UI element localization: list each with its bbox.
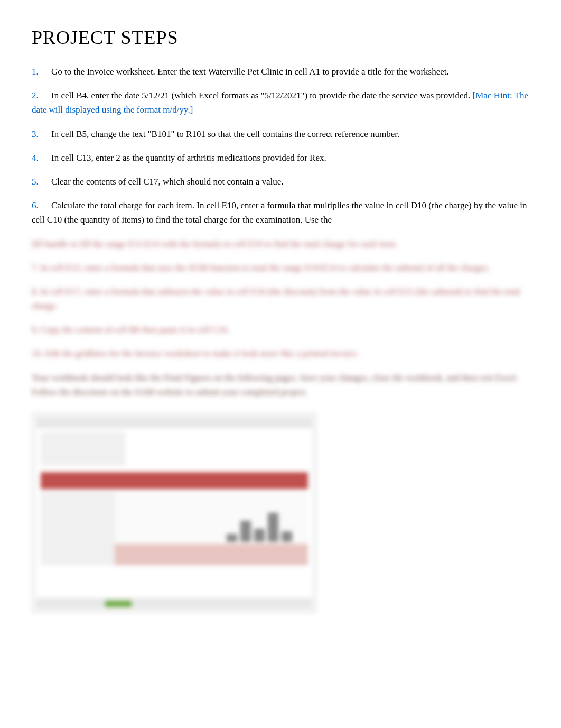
- blurred-step-8: 8. In cell E17, enter a formula that sub…: [32, 284, 529, 313]
- preview-table-right: [115, 491, 308, 565]
- step-text: Clear the contents of cell C17, which sh…: [51, 177, 284, 187]
- step-number: 2.: [32, 90, 39, 100]
- preview-header-left: [41, 432, 125, 466]
- step-text: in cell A1 to provide a title for the wo…: [285, 67, 449, 77]
- preview-bar: [268, 513, 278, 542]
- step-2: 2. In cell B4, enter the date 5/12/21 (w…: [32, 88, 529, 117]
- preview-bar: [282, 531, 292, 542]
- step-text: R101 so that the cell contains the corre…: [186, 129, 399, 139]
- step-text: In cell C13, enter 2 as the quantity of …: [51, 153, 326, 163]
- step-number: 5.: [32, 177, 39, 187]
- page-title: PROJECT STEPS: [32, 26, 529, 49]
- step-text: Go to the Invoice worksheet. Enter the t…: [51, 67, 208, 77]
- preview-header: [36, 428, 312, 470]
- preview-inner: [36, 417, 312, 609]
- step-4: 4. In cell C13, enter 2 as the quantity …: [32, 151, 529, 165]
- step-number: 3.: [32, 129, 39, 139]
- preview-toolbar: [36, 417, 312, 428]
- preview-red-bar: [41, 472, 308, 489]
- blurred-step-9: 9. Copy the content of cell B6 then past…: [32, 322, 529, 337]
- preview-table: [41, 491, 308, 565]
- step-text: Calculate the total charge for each item…: [51, 200, 411, 210]
- step-3: 3. In cell B5, change the text "B101" to…: [32, 127, 529, 141]
- step-5: 5. Clear the contents of cell C17, which…: [32, 174, 529, 189]
- preview-bar: [254, 529, 265, 542]
- blurred-continuation: fill handle to fill the range E11:E14 wi…: [32, 237, 529, 251]
- preview-bar: [227, 534, 237, 542]
- preview-bottom-row: [115, 544, 308, 565]
- blurred-paragraph: Your workbook should look like the Final…: [32, 371, 529, 399]
- preview-header-right: [125, 432, 308, 466]
- preview-table-left: [41, 491, 115, 565]
- step-1: 1. Go to the Invoice worksheet. Enter th…: [32, 64, 529, 79]
- step-text: In cell B4, enter the date: [51, 90, 142, 100]
- step-text: Waterville Pet Clinic: [208, 67, 285, 77]
- step-number: 1.: [32, 67, 39, 77]
- preview-active-tab: [105, 601, 132, 607]
- preview-bar: [240, 521, 251, 542]
- preview-tabs: [36, 598, 312, 609]
- preview-bars: [115, 510, 308, 542]
- preview-footer: [41, 570, 308, 586]
- blurred-step-10: 10. Edit the gridlines for the Invoice w…: [32, 346, 529, 361]
- spreadsheet-preview-image: [32, 412, 317, 613]
- step-text: 5/12/21 (which Excel formats as "5/12/20…: [142, 90, 472, 100]
- step-text: In cell B5, change the text "B101" to: [51, 129, 186, 139]
- step-text: C10 (the quantity of items) to find the …: [47, 215, 332, 225]
- step-6: 6. Calculate the total charge for each i…: [32, 198, 529, 227]
- step-number: 6.: [32, 200, 39, 210]
- step-number: 4.: [32, 153, 39, 163]
- blurred-step-7: 7. In cell E15, enter a formula that use…: [32, 261, 529, 275]
